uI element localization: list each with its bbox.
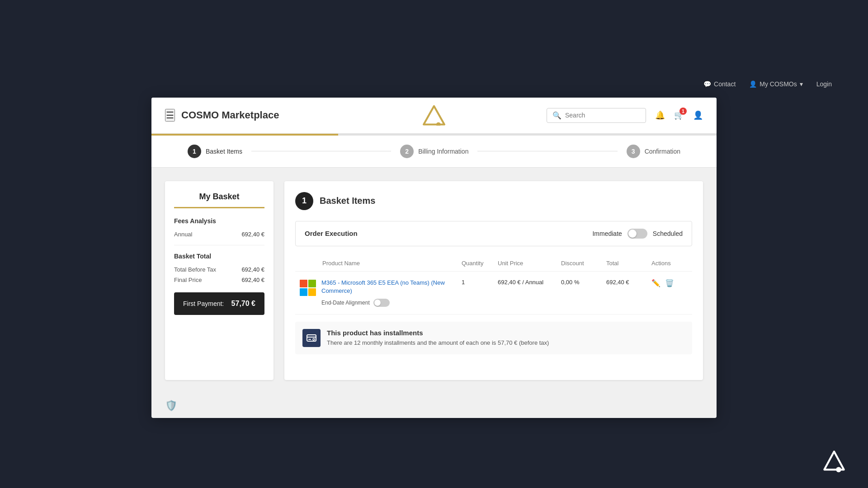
my-cosmos-link[interactable]: 👤 My COSMOs ▾ <box>749 80 802 88</box>
total-cell: 692,40 € <box>606 279 651 286</box>
sidebar-divider <box>174 245 264 245</box>
end-date-toggle-knob <box>374 300 381 306</box>
col-quantity: Quantity <box>462 260 498 267</box>
chevron-down-icon: ▾ <box>800 80 803 88</box>
col-actions: Actions <box>651 260 688 267</box>
step-billing: 2 Billing Information <box>400 145 468 158</box>
quantity-cell: 1 <box>462 279 498 286</box>
svg-point-1 <box>436 122 441 125</box>
order-execution-label: Order Execution <box>305 230 358 237</box>
immediate-label: Immediate <box>592 230 622 237</box>
site-header: ☰ COSMO Marketplace 🔍 🔔 🛒 1 👤 <box>151 98 717 134</box>
hamburger-button[interactable]: ☰ <box>165 109 175 122</box>
installments-title: This product has installments <box>327 329 549 337</box>
logo-area: ☰ COSMO Marketplace <box>165 109 338 122</box>
unit-price-cell: 692,40 € / Annual <box>498 279 561 286</box>
annual-value: 692,40 € <box>241 231 264 238</box>
contact-label: Contact <box>714 80 736 88</box>
profile-button[interactable]: 👤 <box>693 110 703 120</box>
contact-link[interactable]: 💬 Contact <box>703 80 736 88</box>
login-link[interactable]: Login <box>816 80 832 88</box>
search-input[interactable] <box>565 112 640 119</box>
ms-green-square <box>308 280 316 287</box>
site-logo-text: COSMO Marketplace <box>181 109 279 121</box>
total-before-tax-label: Total Before Tax <box>174 266 216 273</box>
product-name[interactable]: M365 - Microsoft 365 E5 EEA (no Teams) (… <box>321 279 462 295</box>
end-date-alignment-row: End-Date Alignment <box>321 299 462 307</box>
scheduled-label: Scheduled <box>653 230 683 237</box>
discount-cell: 0,00 % <box>561 279 606 286</box>
total-before-tax-value: 692,40 € <box>241 266 264 273</box>
section-header: 1 Basket Items <box>295 192 692 210</box>
final-price-label: Final Price <box>174 277 202 283</box>
fees-analysis-title: Fees Analysis <box>174 217 264 225</box>
first-payment-value: 57,70 € <box>231 300 255 308</box>
basket-total-title: Basket Total <box>174 253 264 260</box>
cart-button[interactable]: 🛒 1 <box>674 110 684 120</box>
body-area: My Basket Fees Analysis Annual 692,40 € … <box>151 168 717 394</box>
main-content: 1 Basket Items Order Execution Immediate… <box>284 181 703 380</box>
table-row: M365 - Microsoft 365 E5 EEA (no Teams) (… <box>295 272 692 314</box>
product-cell: M365 - Microsoft 365 E5 EEA (no Teams) (… <box>300 279 462 307</box>
installments-box: This product has installments There are … <box>295 322 692 354</box>
table-header: Product Name Quantity Unit Price Discoun… <box>295 255 692 272</box>
section-title: Basket Items <box>320 196 375 206</box>
svg-point-3 <box>313 338 315 340</box>
end-date-alignment-label: End-Date Alignment <box>321 300 370 306</box>
step2-label: Billing Information <box>418 148 468 155</box>
step2-circle: 2 <box>400 145 414 158</box>
search-icon: 🔍 <box>552 111 561 120</box>
product-info: M365 - Microsoft 365 E5 EEA (no Teams) (… <box>321 279 462 307</box>
col-total: Total <box>606 260 651 267</box>
delete-button[interactable]: 🗑️ <box>665 279 674 287</box>
svg-marker-0 <box>424 106 444 124</box>
ms-red-square <box>300 280 307 287</box>
notifications-button[interactable]: 🔔 <box>655 110 665 120</box>
step-basket-items: 1 Basket Items <box>188 145 242 158</box>
ms-blue-square <box>300 288 307 296</box>
step1-circle: 1 <box>188 145 201 158</box>
order-execution-bar: Order Execution Immediate Scheduled <box>295 221 692 246</box>
toggle-knob <box>628 230 637 238</box>
step-divider-1 <box>251 151 391 151</box>
installments-content: This product has installments There are … <box>327 329 549 346</box>
step-divider-2 <box>477 151 617 151</box>
installments-text: There are 12 monthly installments and th… <box>327 339 549 346</box>
microsoft-icon <box>300 280 316 296</box>
svg-rect-2 <box>307 335 316 341</box>
toggle-group: Immediate Scheduled <box>592 229 683 239</box>
col-discount: Discount <box>561 260 606 267</box>
checkout-steps: 1 Basket Items 2 Billing Information 3 C… <box>151 136 717 168</box>
header-right: 🔍 🔔 🛒 1 👤 <box>530 108 703 123</box>
ms-yellow-square <box>308 288 316 296</box>
step1-label: Basket Items <box>206 148 242 155</box>
step3-circle: 3 <box>627 145 640 158</box>
chat-icon: 💬 <box>703 80 711 88</box>
search-bar[interactable]: 🔍 <box>547 108 646 123</box>
login-label: Login <box>816 80 832 88</box>
svg-marker-4 <box>824 451 844 469</box>
cart-badge: 1 <box>679 108 687 115</box>
final-price-row: Final Price 692,40 € <box>174 277 264 283</box>
col-unit-price: Unit Price <box>498 260 561 267</box>
top-navigation: 💬 Contact 👤 My COSMOs ▾ Login <box>0 70 868 98</box>
progress-bar <box>151 134 717 136</box>
cosmo-logo-icon <box>423 105 445 126</box>
col-product-name: Product Name <box>322 260 462 267</box>
shield-icon: 🛡️ <box>165 400 177 412</box>
annual-row: Annual 692,40 € <box>174 231 264 238</box>
bottom-shield-area: 🛡️ <box>151 394 717 418</box>
user-icon: 👤 <box>749 80 757 88</box>
annual-label: Annual <box>174 231 192 238</box>
step3-label: Confirmation <box>645 148 680 155</box>
actions-cell: ✏️ 🗑️ <box>651 279 688 287</box>
edit-button[interactable]: ✏️ <box>651 279 660 287</box>
progress-bar-fill <box>151 134 338 136</box>
logo-cosmo: COSMO <box>181 109 222 121</box>
final-price-value: 692,40 € <box>241 277 264 283</box>
end-date-toggle[interactable] <box>373 299 390 307</box>
logo-marketplace: Marketplace <box>222 109 279 121</box>
order-execution-toggle[interactable] <box>627 229 647 239</box>
step-confirmation: 3 Confirmation <box>627 145 680 158</box>
my-cosmos-label: My COSMOs <box>760 80 797 88</box>
